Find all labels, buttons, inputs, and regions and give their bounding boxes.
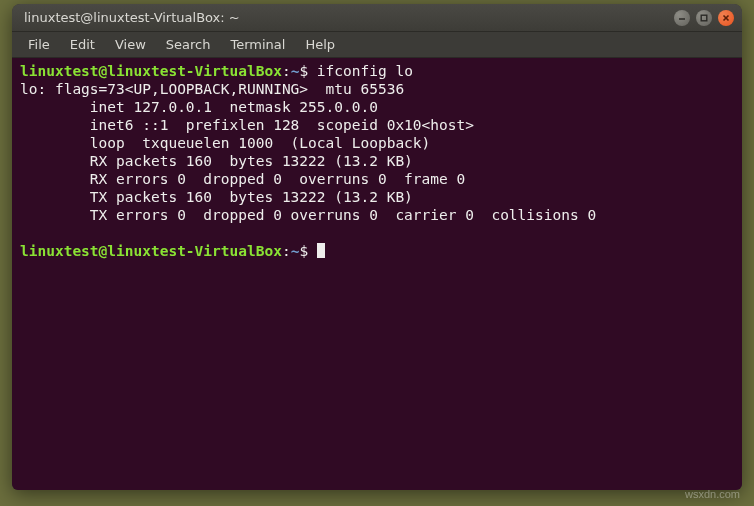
watermark: wsxdn.com (685, 488, 740, 500)
window-controls (674, 10, 734, 26)
menu-edit[interactable]: Edit (60, 33, 105, 56)
output-line: RX packets 160 bytes 13222 (13.2 KB) (20, 153, 413, 169)
prompt-colon: : (282, 243, 291, 259)
terminal-window: linuxtest@linuxtest-VirtualBox: ~ File E… (12, 4, 742, 490)
cursor-block (317, 243, 325, 258)
menu-file[interactable]: File (18, 33, 60, 56)
menubar: File Edit View Search Terminal Help (12, 32, 742, 58)
titlebar[interactable]: linuxtest@linuxtest-VirtualBox: ~ (12, 4, 742, 32)
output-line: lo: flags=73<UP,LOOPBACK,RUNNING> mtu 65… (20, 81, 404, 97)
menu-search[interactable]: Search (156, 33, 221, 56)
minimize-icon (678, 14, 686, 22)
prompt-colon: : (282, 63, 291, 79)
maximize-icon (700, 14, 708, 22)
minimize-button[interactable] (674, 10, 690, 26)
prompt-user: linuxtest@linuxtest-VirtualBox (20, 243, 282, 259)
output-line: TX errors 0 dropped 0 overruns 0 carrier… (20, 207, 596, 223)
output-line: inet6 ::1 prefixlen 128 scopeid 0x10<hos… (20, 117, 474, 133)
output-line: TX packets 160 bytes 13222 (13.2 KB) (20, 189, 413, 205)
svg-rect-1 (701, 15, 707, 21)
terminal-body[interactable]: linuxtest@linuxtest-VirtualBox:~$ ifconf… (12, 58, 742, 490)
menu-terminal[interactable]: Terminal (220, 33, 295, 56)
command-text: ifconfig lo (317, 63, 413, 79)
close-button[interactable] (718, 10, 734, 26)
menu-help[interactable]: Help (295, 33, 345, 56)
prompt-user: linuxtest@linuxtest-VirtualBox (20, 63, 282, 79)
prompt-dollar: $ (299, 243, 316, 259)
output-line: inet 127.0.0.1 netmask 255.0.0.0 (20, 99, 378, 115)
output-line: loop txqueuelen 1000 (Local Loopback) (20, 135, 430, 151)
close-icon (722, 14, 730, 22)
window-title: linuxtest@linuxtest-VirtualBox: ~ (20, 10, 674, 25)
output-line: RX errors 0 dropped 0 overruns 0 frame 0 (20, 171, 465, 187)
maximize-button[interactable] (696, 10, 712, 26)
prompt-dollar: $ (299, 63, 316, 79)
menu-view[interactable]: View (105, 33, 156, 56)
